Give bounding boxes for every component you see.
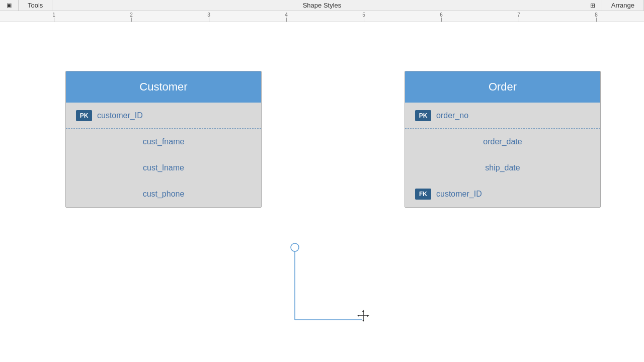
ruler-tick-5 — [364, 18, 364, 22]
arrange-label: Arrange — [611, 2, 634, 9]
tools-label: Tools — [28, 2, 43, 9]
menu-logo[interactable]: ▣ — [0, 0, 19, 11]
order-date-field: order_date — [415, 137, 590, 146]
ruler-tick-4 — [286, 18, 287, 22]
customer-table-header: Customer — [66, 71, 261, 103]
order-table-header: Order — [405, 71, 600, 103]
ruler-label-8: 8 — [595, 12, 598, 18]
shape-styles-label: Shape Styles — [303, 2, 342, 9]
customer-phone-row: cust_phone — [66, 181, 261, 207]
order-pk-badge: PK — [415, 110, 431, 121]
svg-marker-2 — [362, 310, 364, 312]
svg-marker-5 — [367, 315, 369, 317]
menu-bar: ▣ Tools Shape Styles ⊞ Arrange — [0, 0, 644, 11]
menu-right-section: ⊞ Arrange — [584, 0, 644, 11]
order-fk-badge: FK — [415, 189, 431, 200]
order-ship-row: ship_date — [405, 155, 600, 181]
canvas: Customer PK customer_ID cust_fname cust_… — [0, 22, 644, 362]
ruler: 1 2 3 4 5 6 7 8 — [0, 11, 644, 22]
customer-title: Customer — [139, 80, 187, 93]
ruler-label-5: 5 — [362, 12, 365, 18]
ruler-tick-6 — [441, 18, 442, 22]
svg-marker-3 — [362, 320, 364, 322]
customer-lname-field: cust_lname — [76, 163, 251, 172]
customer-phone-field: cust_phone — [76, 190, 251, 199]
order-fk-row: FK customer_ID — [405, 181, 600, 207]
logo-icon: ▣ — [7, 2, 12, 9]
ruler-label-7: 7 — [517, 12, 520, 18]
ruler-tick-3 — [209, 18, 209, 22]
menu-tools[interactable]: Tools — [19, 0, 52, 11]
order-pk-field: order_no — [436, 111, 468, 120]
order-date-row: order_date — [405, 129, 600, 155]
customer-pk-field: customer_ID — [97, 111, 143, 120]
menu-arrange-icon[interactable]: ⊞ — [584, 0, 602, 11]
ruler-tick-7 — [519, 18, 519, 22]
order-title: Order — [489, 80, 517, 93]
customer-table[interactable]: Customer PK customer_ID cust_fname cust_… — [65, 71, 262, 208]
menu-arrange[interactable]: Arrange — [602, 0, 644, 11]
svg-marker-4 — [357, 315, 359, 317]
order-fk-field: customer_ID — [436, 190, 482, 199]
ruler-label-1: 1 — [52, 12, 55, 18]
connector-circle — [291, 243, 299, 251]
ruler-label-6: 6 — [440, 12, 443, 18]
ruler-tick-2 — [131, 18, 132, 22]
ruler-tick-8 — [596, 18, 597, 22]
customer-table-body: PK customer_ID cust_fname cust_lname cus… — [66, 103, 261, 207]
menu-shape-styles[interactable]: Shape Styles — [303, 2, 342, 9]
ruler-label-3: 3 — [207, 12, 210, 18]
customer-lname-row: cust_lname — [66, 155, 261, 181]
ruler-label-2: 2 — [130, 12, 133, 18]
order-table-body: PK order_no order_date ship_date FK cust… — [405, 103, 600, 207]
order-pk-row: PK order_no — [405, 103, 600, 129]
customer-fname-row: cust_fname — [66, 129, 261, 155]
customer-pk-badge: PK — [76, 110, 92, 121]
arrange-icon: ⊞ — [590, 2, 595, 9]
ruler-tick-1 — [54, 18, 54, 22]
ruler-label-4: 4 — [285, 12, 288, 18]
order-ship-field: ship_date — [415, 163, 590, 172]
order-table[interactable]: Order PK order_no order_date ship_date F… — [405, 71, 601, 208]
customer-pk-row: PK customer_ID — [66, 103, 261, 129]
cursor-icon — [357, 310, 369, 322]
customer-fname-field: cust_fname — [76, 137, 251, 146]
